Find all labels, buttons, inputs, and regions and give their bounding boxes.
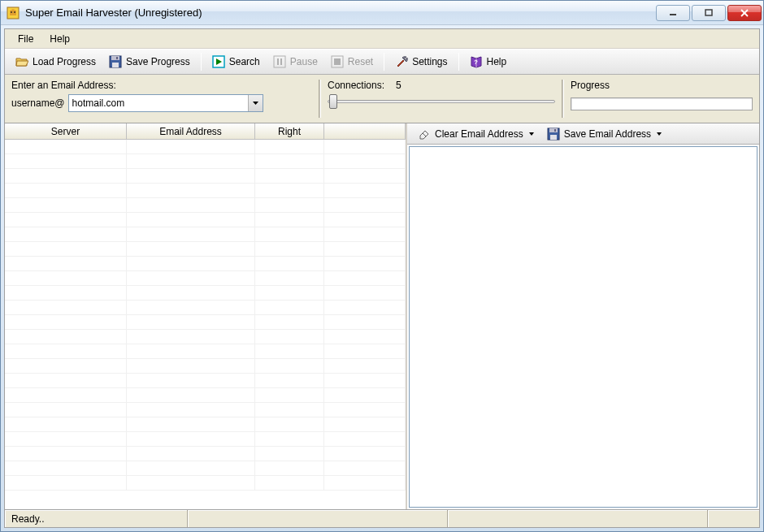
domain-combobox[interactable] [68, 94, 263, 112]
status-cell-3 [448, 510, 708, 527]
minimize-button[interactable] [656, 5, 690, 21]
chevron-down-icon [657, 132, 662, 136]
reset-button: Reset [325, 52, 379, 71]
window-controls [656, 5, 762, 21]
table-row[interactable] [5, 403, 406, 417]
slider-rail [328, 100, 555, 103]
client-area: File Help Load Progress Save Progress Se… [4, 28, 760, 528]
clear-email-button[interactable]: Clear Email Address [412, 124, 540, 144]
help-button[interactable]: ? Help [464, 52, 513, 71]
table-row[interactable] [5, 257, 406, 271]
window-title: Super Email Harvester (Unregistered) [25, 6, 656, 19]
email-config-panel: Enter an Email Address: username@ [11, 80, 312, 118]
toolbar-separator [384, 53, 384, 71]
load-progress-label: Load Progress [33, 56, 96, 67]
slider-thumb[interactable] [329, 94, 337, 109]
reset-label: Reset [348, 56, 373, 67]
results-table-pane: Server Email Address Right [5, 123, 407, 509]
table-row[interactable] [5, 169, 406, 184]
email-label: Enter an Email Address: [11, 80, 312, 91]
table-row[interactable] [5, 359, 406, 374]
save-progress-button[interactable]: Save Progress [103, 52, 196, 71]
progress-bar [571, 97, 753, 110]
menu-file[interactable]: File [10, 31, 41, 47]
search-label: Search [229, 56, 260, 67]
titlebar[interactable]: Super Email Harvester (Unregistered) [1, 1, 763, 25]
menu-help[interactable]: Help [41, 31, 78, 47]
settings-button[interactable]: Settings [389, 52, 453, 71]
svg-text:?: ? [474, 58, 478, 66]
svg-rect-13 [277, 58, 279, 65]
search-button[interactable]: Search [206, 52, 266, 71]
app-icon [6, 6, 20, 20]
table-row[interactable] [5, 374, 406, 388]
table-row[interactable] [5, 388, 406, 403]
config-panel-row: Enter an Email Address: username@ Connec… [5, 75, 759, 123]
svg-rect-8 [111, 56, 119, 60]
floppy-icon [109, 55, 122, 68]
col-empty[interactable] [324, 123, 406, 139]
table-row[interactable] [5, 432, 406, 447]
table-row[interactable] [5, 198, 406, 213]
toolbar-separator [458, 53, 459, 71]
col-server[interactable]: Server [5, 123, 127, 139]
close-button[interactable] [727, 5, 762, 21]
table-row[interactable] [5, 227, 406, 242]
table-body[interactable] [5, 140, 406, 509]
settings-label: Settings [412, 56, 447, 67]
toolbar-separator [201, 53, 202, 71]
domain-dropdown-button[interactable] [248, 95, 263, 111]
svg-point-2 [14, 11, 15, 13]
svg-point-1 [11, 11, 12, 13]
status-cell-2 [188, 510, 448, 527]
svg-rect-20 [550, 135, 557, 140]
table-row[interactable] [5, 184, 406, 198]
table-row[interactable] [5, 447, 406, 461]
table-row[interactable] [5, 344, 406, 359]
connections-slider[interactable] [328, 94, 555, 109]
table-row[interactable] [5, 301, 406, 315]
connections-panel: Connections: 5 [328, 80, 555, 118]
status-text: Ready.. [5, 510, 188, 527]
play-icon [212, 55, 225, 68]
connections-value: 5 [396, 80, 402, 91]
save-email-button[interactable]: Save Email Address [541, 124, 667, 144]
toolbar: Load Progress Save Progress Search Pause… [5, 49, 759, 75]
clear-email-label: Clear Email Address [435, 128, 523, 140]
svg-rect-4 [705, 10, 712, 15]
table-header: Server Email Address Right [5, 123, 406, 140]
domain-input[interactable] [69, 95, 248, 111]
progress-panel: Progress [571, 80, 753, 118]
table-row[interactable] [5, 271, 406, 286]
svg-rect-21 [554, 129, 556, 132]
table-row[interactable] [5, 286, 406, 301]
load-progress-button[interactable]: Load Progress [10, 52, 102, 71]
table-row[interactable] [5, 461, 406, 476]
col-email[interactable]: Email Address [127, 123, 255, 139]
stop-icon [331, 55, 344, 68]
table-row[interactable] [5, 242, 406, 257]
table-row[interactable] [5, 315, 406, 330]
table-row[interactable] [5, 140, 406, 154]
panel-divider [319, 80, 321, 118]
email-list-pane: Clear Email Address Save Email Address [407, 123, 759, 509]
svg-rect-16 [334, 58, 341, 65]
table-row[interactable] [5, 213, 406, 227]
table-row[interactable] [5, 154, 406, 169]
table-row[interactable] [5, 417, 406, 432]
table-row[interactable] [5, 476, 406, 491]
svg-rect-10 [116, 57, 118, 59]
chevron-down-icon [529, 132, 534, 136]
table-row[interactable] [5, 330, 406, 344]
email-list-toolbar: Clear Email Address Save Email Address [407, 123, 759, 145]
email-list-area[interactable] [409, 146, 757, 508]
help-label: Help [487, 56, 507, 67]
svg-rect-14 [280, 58, 282, 65]
panel-divider [562, 80, 564, 118]
maximize-button[interactable] [692, 5, 726, 21]
statusbar: Ready.. [5, 509, 759, 527]
menubar: File Help [5, 29, 759, 49]
floppy-icon [547, 128, 560, 141]
status-cell-4 [708, 510, 759, 527]
col-right[interactable]: Right [255, 123, 324, 139]
